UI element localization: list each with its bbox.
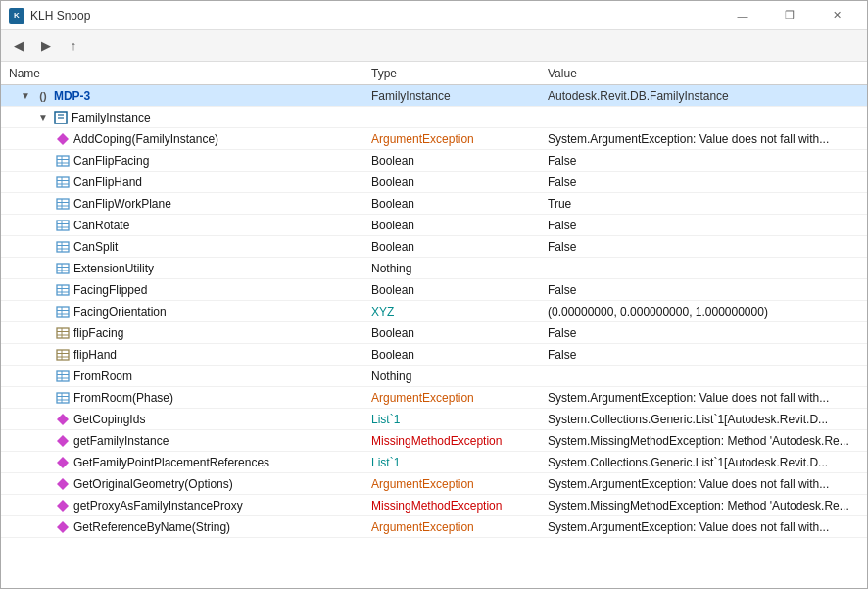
row-icon bbox=[56, 326, 70, 340]
row-icon bbox=[56, 154, 70, 168]
row-type-cell: Boolean bbox=[363, 348, 540, 362]
row-name-cell: GetCopingIds bbox=[1, 413, 363, 426]
table-row[interactable]: FacingFlippedBooleanFalse bbox=[1, 279, 867, 301]
table-row[interactable]: GetOriginalGeometry(Options)ArgumentExce… bbox=[1, 473, 867, 495]
table-row[interactable]: GetFamilyPointPlacementReferencesList`1S… bbox=[1, 452, 867, 473]
content-area: Name Type Value ▼ () MDP-3 FamilyInstanc… bbox=[1, 62, 867, 588]
row-icon bbox=[56, 175, 70, 189]
row-name-cell: AddCoping(FamilyInstance) bbox=[1, 132, 363, 146]
col-header-name: Name bbox=[1, 67, 363, 80]
table-row[interactable]: flipHandBooleanFalse bbox=[1, 344, 867, 366]
main-window: K KLH Snoop — ❒ ✕ ◀ ▶ ↑ Name Type Value bbox=[0, 0, 868, 589]
svg-rect-28 bbox=[57, 285, 69, 295]
row-value-cell: (0.00000000, 0.000000000, 1.000000000) bbox=[540, 305, 867, 319]
row-name-cell: CanSplit bbox=[1, 240, 363, 254]
svg-rect-8 bbox=[57, 177, 69, 187]
row-type-cell: MissingMethodException bbox=[363, 499, 540, 513]
table-row[interactable]: FromRoom(Phase)ArgumentExceptionSystem.A… bbox=[1, 387, 867, 409]
row-icon bbox=[56, 413, 70, 426]
row-icon bbox=[56, 197, 70, 211]
table-header: Name Type Value bbox=[1, 62, 867, 85]
row-value-cell: System.ArgumentException: Value does not… bbox=[540, 477, 867, 491]
row-icon bbox=[56, 305, 70, 319]
row-type-cell: List`1 bbox=[363, 456, 540, 469]
table-row[interactable]: CanFlipWorkPlaneBooleanTrue bbox=[1, 193, 867, 215]
row-type-cell: MissingMethodException bbox=[363, 434, 540, 448]
app-icon: K bbox=[9, 8, 24, 24]
title-bar: K KLH Snoop — ❒ ✕ bbox=[1, 1, 867, 30]
row-type-cell: XYZ bbox=[363, 305, 540, 319]
row-icon bbox=[56, 348, 70, 362]
svg-rect-20 bbox=[57, 242, 69, 252]
svg-marker-57 bbox=[57, 521, 69, 533]
row-value-cell: System.MissingMethodException: Method 'A… bbox=[540, 499, 867, 513]
row-value-cell: System.Collections.Generic.List`1[Autode… bbox=[540, 456, 867, 469]
table-row[interactable]: GetCopingIdsList`1System.Collections.Gen… bbox=[1, 409, 867, 430]
row-type-cell: Boolean bbox=[363, 283, 540, 297]
minimize-button[interactable]: — bbox=[720, 1, 765, 30]
row-value-cell: System.ArgumentException: Value does not… bbox=[540, 132, 867, 146]
row-type-cell: Nothing bbox=[363, 262, 540, 275]
table-row[interactable]: getProxyAsFamilyInstanceProxyMissingMeth… bbox=[1, 495, 867, 516]
table-row[interactable]: ExtensionUtilityNothing bbox=[1, 258, 867, 279]
row-name-cell: CanFlipHand bbox=[1, 175, 363, 189]
row-value-cell: False bbox=[540, 240, 867, 254]
row-name-cell: getProxyAsFamilyInstanceProxy bbox=[1, 499, 363, 513]
svg-rect-12 bbox=[57, 199, 69, 209]
back-button[interactable]: ◀ bbox=[5, 34, 32, 58]
svg-marker-54 bbox=[57, 457, 69, 468]
col-header-value: Value bbox=[540, 67, 867, 80]
row-value-cell: False bbox=[540, 348, 867, 362]
table-body[interactable]: ▼ () MDP-3 FamilyInstance Autodesk.Revit… bbox=[1, 85, 867, 588]
svg-marker-52 bbox=[57, 414, 69, 425]
row-type-cell: List`1 bbox=[363, 413, 540, 426]
row-icon bbox=[56, 391, 70, 405]
table-row[interactable]: getFamilyInstanceMissingMethodExceptionS… bbox=[1, 430, 867, 452]
svg-rect-4 bbox=[57, 156, 69, 166]
forward-button[interactable]: ▶ bbox=[32, 34, 60, 58]
row-value-cell: System.MissingMethodException: Method 'A… bbox=[540, 434, 867, 448]
row-type-cell: ArgumentException bbox=[363, 391, 540, 405]
row-name-cell: FromRoom(Phase) bbox=[1, 391, 363, 405]
table-row[interactable]: GetReferenceByName(String)ArgumentExcept… bbox=[1, 516, 867, 538]
up-button[interactable]: ↑ bbox=[60, 34, 87, 58]
title-bar-controls: — ❒ ✕ bbox=[720, 1, 859, 30]
row-type-cell: Boolean bbox=[363, 326, 540, 340]
svg-rect-48 bbox=[57, 393, 69, 403]
svg-rect-36 bbox=[57, 328, 69, 338]
row-value-cell: Autodesk.Revit.DB.FamilyInstance bbox=[540, 89, 867, 103]
table-row[interactable]: CanFlipHandBooleanFalse bbox=[1, 172, 867, 193]
collapse-icon: ▼ bbox=[38, 112, 48, 123]
row-type-cell: ArgumentException bbox=[363, 520, 540, 534]
table-row[interactable]: CanSplitBooleanFalse bbox=[1, 236, 867, 258]
table-row[interactable]: flipFacingBooleanFalse bbox=[1, 322, 867, 344]
table-row[interactable]: ▼ () MDP-3 FamilyInstance Autodesk.Revit… bbox=[1, 85, 867, 107]
row-name-cell: getFamilyInstance bbox=[1, 434, 363, 448]
svg-rect-16 bbox=[57, 221, 69, 230]
close-button[interactable]: ✕ bbox=[814, 1, 859, 30]
table-row[interactable]: ▼ FamilyInstance bbox=[1, 107, 867, 128]
row-value-cell: False bbox=[540, 175, 867, 189]
row-value-cell: False bbox=[540, 283, 867, 297]
table-row[interactable]: AddCoping(FamilyInstance)ArgumentExcepti… bbox=[1, 128, 867, 150]
svg-marker-3 bbox=[57, 133, 69, 145]
row-icon bbox=[56, 283, 70, 297]
restore-button[interactable]: ❒ bbox=[767, 1, 812, 30]
toolbar: ◀ ▶ ↑ bbox=[1, 30, 867, 62]
table-row[interactable]: CanRotateBooleanFalse bbox=[1, 215, 867, 236]
row-value-cell: False bbox=[540, 154, 867, 168]
row-name-cell: FacingFlipped bbox=[1, 283, 363, 297]
tree-table: Name Type Value ▼ () MDP-3 FamilyInstanc… bbox=[1, 62, 867, 588]
row-type-cell: Boolean bbox=[363, 219, 540, 232]
row-value-cell: False bbox=[540, 219, 867, 232]
table-row[interactable]: CanFlipFacingBooleanFalse bbox=[1, 150, 867, 172]
row-icon bbox=[56, 132, 70, 146]
table-row[interactable]: FacingOrientationXYZ(0.00000000, 0.00000… bbox=[1, 301, 867, 322]
row-type-cell: Boolean bbox=[363, 175, 540, 189]
row-icon bbox=[56, 262, 70, 275]
row-name-cell: GetOriginalGeometry(Options) bbox=[1, 477, 363, 491]
svg-marker-56 bbox=[57, 500, 69, 512]
table-row[interactable]: FromRoomNothing bbox=[1, 366, 867, 387]
row-icon bbox=[56, 456, 70, 469]
svg-marker-55 bbox=[57, 478, 69, 490]
